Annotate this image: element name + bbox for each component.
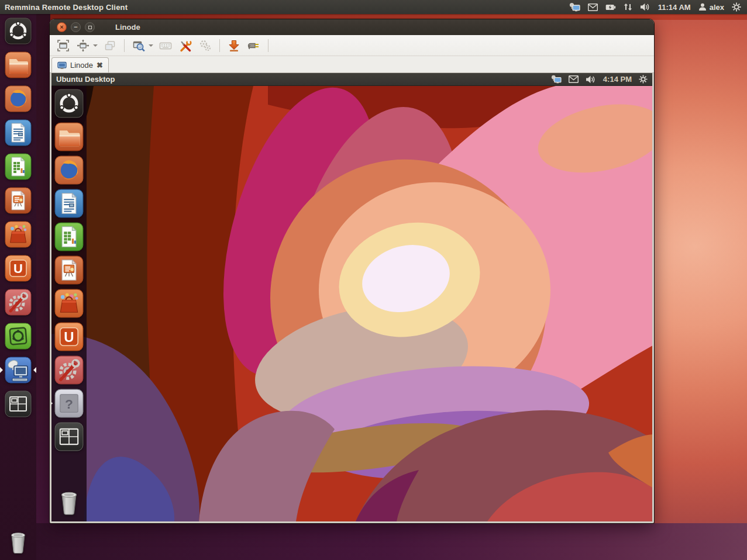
ubuntu-one-letter: U	[64, 329, 74, 345]
username: alex	[710, 3, 724, 12]
window-maximize-button[interactable]	[85, 22, 95, 32]
remote-session-viewport[interactable]: Ubuntu Desktop 4:14 PM	[51, 73, 652, 521]
window-title: Linode	[115, 23, 140, 32]
launcher-item-libreoffice-calc[interactable]	[5, 153, 32, 180]
preferences-tools-button[interactable]	[177, 37, 194, 54]
launcher-item-firefox[interactable]	[5, 85, 32, 112]
ubuntu-one-letter: U	[13, 261, 23, 276]
launcher-item-libreoffice-writer[interactable]	[5, 119, 32, 146]
tab-monitor-icon	[57, 61, 67, 70]
fit-window-dropdown-caret[interactable]	[93, 44, 98, 47]
remmina-window: × − Linode	[50, 19, 654, 523]
gears-icon	[199, 39, 212, 52]
launcher-item-libreoffice-impress[interactable]	[5, 187, 32, 214]
remote-indicator-area: 4:14 PM	[551, 75, 652, 84]
plug-icon	[247, 39, 261, 52]
fullscreen-icon	[57, 39, 70, 52]
home-folder-icon	[5, 51, 32, 78]
ubuntu-software-center-icon	[5, 221, 32, 248]
desktop: { "top_panel": { "app_title": "Remmina R…	[0, 0, 747, 560]
remote-desktop-indicator-icon[interactable]	[569, 2, 580, 12]
launcher-item-workspace-switcher[interactable]	[54, 422, 84, 451]
unity-launcher: U	[0, 14, 36, 560]
launcher-item-ubuntu-one[interactable]: U	[54, 322, 84, 351]
launcher-item-unknown-app[interactable]: ?	[54, 389, 84, 418]
remote-volume-indicator-icon[interactable]	[586, 75, 596, 84]
session-gear-icon[interactable]	[732, 2, 741, 12]
launcher-item-firefox[interactable]	[54, 155, 84, 185]
volume-indicator-icon[interactable]	[640, 3, 650, 11]
active-app-title: Remmina Remote Desktop Client	[0, 3, 128, 12]
firefox-icon	[54, 155, 84, 185]
launcher-item-ubuntu-one[interactable]: U	[5, 255, 32, 282]
workspace-switcher-icon	[54, 422, 84, 451]
launcher-item-system-settings[interactable]	[54, 355, 84, 385]
wallpaper-strip-bottom	[36, 523, 747, 560]
remote-menubar-title: Ubuntu Desktop	[51, 75, 115, 84]
duplicate-connection-button[interactable]	[101, 37, 119, 54]
libreoffice-calc-icon	[54, 222, 84, 251]
toolbar-separator	[268, 39, 268, 52]
battery-indicator-icon[interactable]	[605, 4, 616, 11]
libreoffice-impress-icon	[5, 187, 32, 214]
wallpaper-strip-left	[36, 14, 50, 560]
dash-home-icon	[5, 18, 32, 44]
minimize-window-button[interactable]	[225, 37, 243, 54]
tab-close-button[interactable]: ✖	[97, 61, 103, 70]
grab-keyboard-button[interactable]	[157, 37, 174, 54]
launcher-item-libreoffice-writer[interactable]	[54, 189, 84, 218]
launcher-item-libreoffice-impress[interactable]	[54, 255, 84, 285]
tab-strip: Linode ✖	[50, 56, 654, 73]
launcher-item-dash-home[interactable]	[5, 18, 32, 44]
launcher-item-workspace-switcher[interactable]	[5, 390, 32, 417]
launcher-item-libreoffice-calc[interactable]	[54, 222, 84, 251]
libreoffice-impress-icon	[54, 255, 84, 285]
remote-session-gear-icon[interactable]	[639, 75, 648, 84]
user-menu[interactable]: alex	[698, 3, 724, 12]
remote-remote-desktop-indicator-icon[interactable]	[551, 75, 562, 84]
scaled-mode-dropdown-caret[interactable]	[149, 44, 153, 47]
indicator-area: 11:14 AM alex	[569, 2, 747, 12]
ubuntu-one-icon: U	[5, 255, 32, 282]
launcher-item-system-settings[interactable]	[5, 289, 32, 316]
fit-window-button[interactable]	[74, 37, 92, 54]
orange-down-arrow-icon	[228, 39, 240, 52]
launcher-item-dash-home[interactable]	[54, 89, 84, 118]
window-close-button[interactable]: ×	[57, 22, 67, 32]
trash-icon	[5, 528, 32, 555]
home-folder-icon	[54, 122, 84, 151]
connection-settings-button[interactable]	[197, 37, 214, 54]
remote-top-panel[interactable]: Ubuntu Desktop 4:14 PM	[51, 73, 652, 86]
launcher-item-ubuntu-software-updater[interactable]	[5, 323, 32, 350]
launcher-item-home-folder[interactable]	[54, 122, 84, 151]
launcher-item-home-folder[interactable]	[5, 51, 32, 78]
remote-unity-launcher: U?	[51, 86, 87, 521]
toggle-scaled-mode-button[interactable]	[130, 37, 147, 54]
remmina-icon	[5, 357, 32, 383]
launcher-item-remmina[interactable]	[5, 357, 32, 383]
launcher-item-trash[interactable]	[54, 488, 84, 517]
mail-indicator-icon[interactable]	[588, 4, 598, 11]
remote-mail-indicator-icon[interactable]	[569, 75, 579, 83]
firefox-icon	[5, 85, 32, 112]
maximize-glyph	[88, 26, 92, 29]
panel-clock[interactable]: 11:14 AM	[658, 3, 691, 12]
window-titlebar[interactable]: × − Linode	[50, 19, 654, 35]
remmina-toolbar	[50, 35, 654, 56]
user-icon	[698, 3, 707, 11]
remote-panel-clock[interactable]: 4:14 PM	[603, 75, 632, 84]
fit-window-icon	[77, 39, 89, 52]
ubuntu-software-updater-icon	[5, 323, 32, 350]
network-traffic-indicator-icon[interactable]	[624, 3, 632, 11]
tab-linode[interactable]: Linode ✖	[51, 57, 109, 72]
launcher-item-ubuntu-software-center[interactable]	[5, 221, 32, 248]
launcher-item-ubuntu-software-center[interactable]	[54, 289, 84, 318]
focused-indicator-arrow	[33, 367, 36, 373]
running-indicator-arrow	[51, 400, 53, 406]
launcher-item-trash[interactable]	[5, 528, 32, 555]
window-minimize-button[interactable]: −	[71, 22, 81, 32]
system-settings-icon	[54, 355, 84, 385]
disconnect-button[interactable]	[245, 37, 263, 54]
remote-wallpaper	[51, 86, 652, 521]
toggle-fullscreen-button[interactable]	[54, 37, 72, 54]
